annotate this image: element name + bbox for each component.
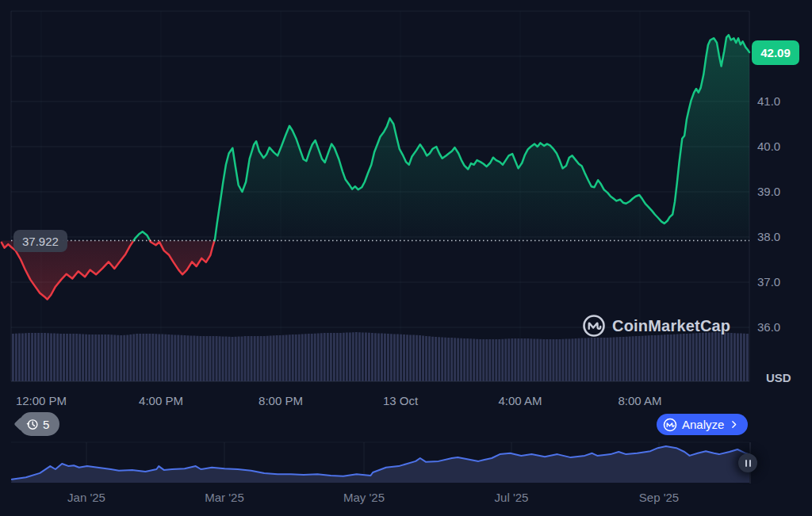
- analyze-button-label: Analyze: [682, 418, 724, 431]
- navigator-range-selector[interactable]: [11, 442, 749, 484]
- watermark: CoinMarketCap: [582, 314, 730, 338]
- x-axis-label: 13 Oct: [383, 394, 418, 407]
- history-count: 5: [43, 418, 49, 431]
- y-axis-label: 39.0: [757, 185, 780, 199]
- y-axis-label: 38.0: [757, 230, 780, 244]
- baseline-price-label: 37.922: [13, 230, 67, 252]
- navigator-handle[interactable]: [738, 453, 757, 472]
- y-axis-label: 37.0: [757, 275, 780, 289]
- current-price-badge: 42.09: [752, 40, 799, 65]
- handle-grip-bar: [745, 460, 747, 467]
- coinmarketcap-logo-icon: [582, 314, 606, 338]
- navigator-axis-label: Jan '25: [67, 491, 105, 504]
- price-chart: 41.040.039.038.037.036.012:00 PM4:00 PM8…: [0, 0, 812, 516]
- navigator-axis-label: Jul '25: [495, 491, 529, 504]
- x-axis-label: 4:00 PM: [139, 394, 183, 407]
- history-clock-icon: [25, 418, 39, 431]
- analyze-button[interactable]: Analyze: [657, 414, 748, 435]
- y-axis-label: 36.0: [757, 320, 780, 334]
- x-axis-label: 4:00 AM: [498, 394, 542, 407]
- currency-unit-label: USD: [766, 371, 791, 384]
- history-count-badge[interactable]: 5: [19, 412, 59, 436]
- handle-grip-bar: [749, 460, 751, 467]
- watermark-text: CoinMarketCap: [612, 317, 730, 335]
- navigator-axis-label: May '25: [343, 491, 385, 504]
- coinmarketcap-logo-icon: [663, 418, 677, 432]
- x-axis-label: 8:00 PM: [259, 394, 303, 407]
- navigator-axis-label: Sep '25: [639, 491, 679, 504]
- y-axis-label: 40.0: [757, 140, 780, 154]
- y-axis-label: 41.0: [757, 94, 780, 109]
- chevron-right-icon: [729, 419, 739, 430]
- navigator-axis-label: Mar '25: [205, 491, 244, 504]
- x-axis-label: 12:00 PM: [16, 394, 67, 407]
- x-axis-label: 8:00 AM: [618, 394, 661, 407]
